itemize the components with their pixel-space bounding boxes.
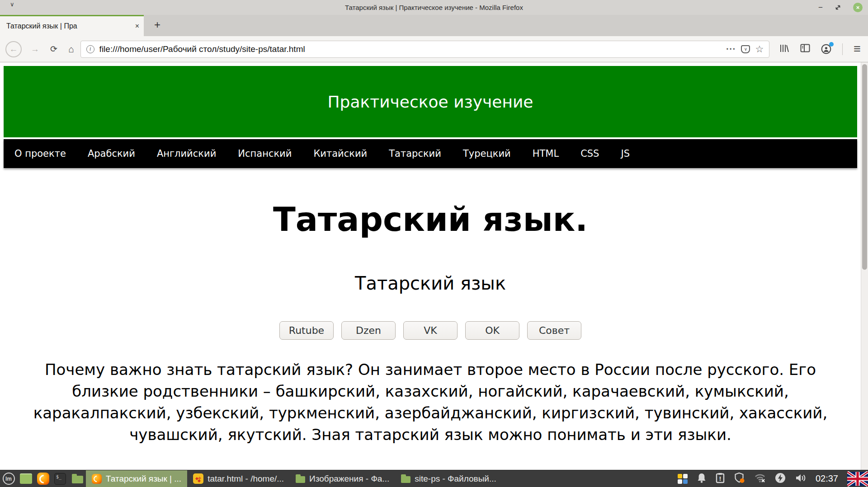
- show-desktop-button[interactable]: [17, 470, 34, 487]
- new-tab-button[interactable]: +: [154, 19, 160, 31]
- nav-link-spanish[interactable]: Испанский: [238, 148, 292, 159]
- taskbar-window-images[interactable]: Изображения - Фа...: [290, 470, 395, 487]
- taskbar-window-editor[interactable]: tatar.html - /home/...: [187, 470, 290, 487]
- dzen-button[interactable]: Dzen: [341, 321, 396, 340]
- system-tray: ! 02:37: [678, 470, 868, 487]
- forward-button[interactable]: →: [31, 44, 39, 54]
- nav-link-turkish[interactable]: Турецкий: [463, 148, 511, 159]
- svg-text:!: !: [719, 475, 722, 482]
- nav-link-css[interactable]: CSS: [580, 148, 599, 159]
- files-launcher[interactable]: [69, 470, 86, 487]
- home-button[interactable]: ⌂: [68, 44, 74, 55]
- folder-icon: [72, 476, 83, 483]
- terminal-icon: $_: [54, 473, 66, 485]
- firefox-icon: [37, 473, 49, 485]
- taskbar-window-siteps[interactable]: site-ps - Файловый...: [395, 470, 502, 487]
- sovet-button[interactable]: Совет: [527, 321, 581, 340]
- site-header-title: Практическое изучение: [327, 93, 533, 111]
- toolbar-separator: [842, 43, 843, 55]
- intro-paragraph: Почему важно знать татарский язык? Он за…: [19, 359, 842, 446]
- page-viewport: Практическое изучение О проекте Арабский…: [0, 62, 868, 470]
- taskbar-window-label: Татарский язык | ...: [106, 474, 181, 484]
- account-button[interactable]: [821, 44, 831, 54]
- taskbar-window-label: site-ps - Файловый...: [415, 474, 496, 484]
- bookmark-star-icon[interactable]: ☆: [755, 44, 764, 55]
- site-nav: О проекте Арабский Английский Испанский …: [4, 139, 857, 168]
- tab-close-icon[interactable]: ×: [135, 22, 139, 30]
- rutube-button[interactable]: Rutube: [279, 321, 334, 340]
- nav-link-tatar[interactable]: Татарский: [389, 148, 441, 159]
- nav-link-arabic[interactable]: Арабский: [88, 148, 135, 159]
- keyboard-layout-flag-icon[interactable]: [847, 471, 868, 487]
- text-editor-icon: [193, 473, 203, 484]
- pocket-icon[interactable]: ∨: [741, 45, 750, 53]
- social-buttons-row: Rutube Dzen VK OK Совет: [4, 321, 857, 340]
- notifications-bell-icon[interactable]: [697, 473, 707, 485]
- browser-toolbar: ← → ⟳ ⌂ i file:///home/user/Рабочий стол…: [0, 36, 868, 62]
- account-notification-badge: [829, 42, 834, 47]
- active-tab[interactable]: Татарский язык | Пра ×: [0, 15, 144, 36]
- folder-icon: [296, 476, 305, 483]
- restore-icon: [835, 4, 841, 11]
- taskbar-window-firefox[interactable]: Татарский язык | ...: [86, 470, 187, 487]
- nav-link-chinese[interactable]: Китайский: [313, 148, 367, 159]
- site-header: Практическое изучение: [4, 66, 857, 137]
- tab-title: Татарский язык | Пра: [6, 22, 132, 30]
- window-title: Татарский язык | Практическое изучение -…: [0, 4, 868, 11]
- taskbar-window-label: Изображения - Фа...: [309, 474, 389, 484]
- taskbar-clock[interactable]: 02:37: [816, 473, 838, 484]
- volume-icon[interactable]: [795, 473, 807, 485]
- restore-button[interactable]: [835, 4, 841, 11]
- page-actions-icon[interactable]: •••: [726, 46, 736, 52]
- library-icon[interactable]: [779, 44, 789, 55]
- update-manager-icon[interactable]: !: [716, 473, 725, 485]
- vertical-scrollbar[interactable]: [861, 62, 868, 470]
- scrollbar-thumb[interactable]: [862, 64, 867, 270]
- nav-link-html[interactable]: HTML: [533, 148, 559, 159]
- nav-link-about[interactable]: О проекте: [14, 148, 66, 159]
- back-icon: ←: [9, 44, 18, 54]
- folder-icon: [401, 476, 410, 483]
- mint-logo-icon: lm: [3, 473, 15, 485]
- mint-menu-button[interactable]: lm: [0, 470, 17, 487]
- desktop-icon: [20, 473, 32, 484]
- nav-link-english[interactable]: Английский: [157, 148, 216, 159]
- terminal-launcher[interactable]: $_: [52, 470, 69, 487]
- url-bar[interactable]: i file:///home/user/Рабочий стол/study/s…: [80, 41, 770, 58]
- site-info-icon[interactable]: i: [86, 45, 94, 53]
- firewall-shield-icon[interactable]: [734, 472, 745, 485]
- page-title: Татарский язык.: [4, 201, 857, 239]
- ok-button[interactable]: OK: [465, 321, 519, 340]
- url-text: file:///home/user/Рабочий стол/study/sit…: [99, 44, 722, 54]
- menu-icon[interactable]: ≡: [854, 43, 861, 55]
- power-icon[interactable]: [775, 473, 786, 485]
- window-menu-chevron-icon[interactable]: ∨: [10, 1, 14, 8]
- taskbar: lm $_ Татарский язык | ... tatar.html - …: [0, 470, 868, 487]
- back-button[interactable]: ←: [5, 41, 22, 57]
- firefox-launcher[interactable]: [34, 470, 52, 487]
- reload-button[interactable]: ⟳: [50, 44, 57, 54]
- nav-link-js[interactable]: JS: [621, 148, 630, 159]
- screen: ∨ Татарский язык | Практическое изучение…: [0, 0, 868, 487]
- tab-strip: Татарский язык | Пра × +: [0, 15, 868, 36]
- page-subtitle: Татарский язык: [4, 272, 857, 294]
- minimize-button[interactable]: −: [818, 4, 823, 11]
- taskbar-window-label: tatar.html - /home/...: [208, 474, 284, 484]
- close-button[interactable]: ×: [853, 3, 863, 12]
- firefox-icon: [92, 474, 102, 484]
- vk-button[interactable]: VK: [403, 321, 458, 340]
- network-offline-icon[interactable]: [754, 473, 766, 485]
- workspace-switcher-icon[interactable]: [678, 474, 688, 484]
- sidebar-icon[interactable]: [800, 44, 810, 54]
- window-titlebar: ∨ Татарский язык | Практическое изучение…: [0, 0, 868, 15]
